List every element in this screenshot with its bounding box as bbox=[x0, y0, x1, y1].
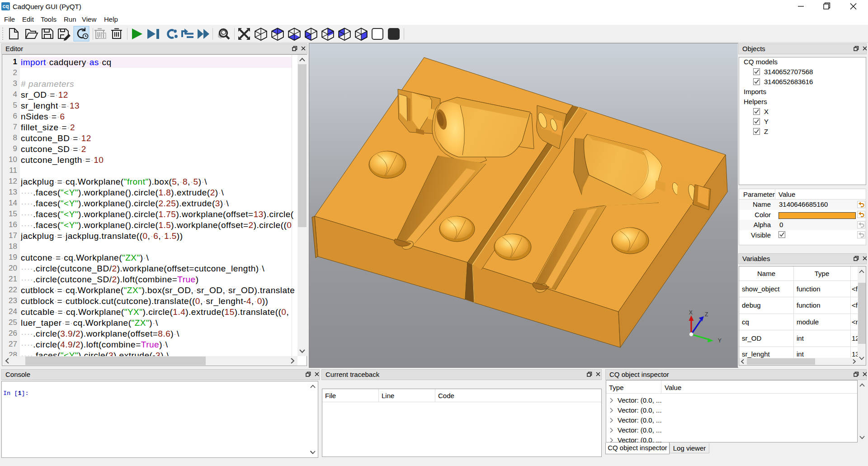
svg-text:Z: Z bbox=[705, 311, 708, 318]
svg-text:X: X bbox=[689, 309, 693, 316]
svg-text:Y: Y bbox=[718, 338, 722, 344]
